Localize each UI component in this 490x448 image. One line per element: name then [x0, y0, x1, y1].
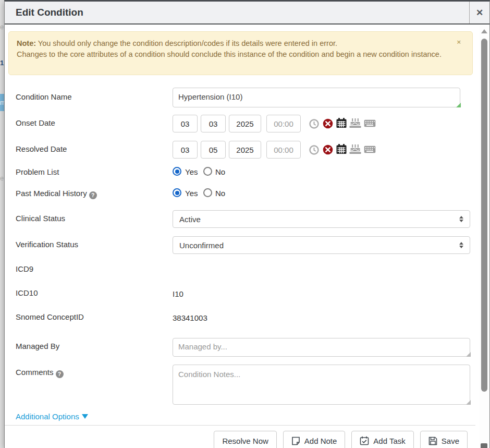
background-text-fragment: 1 [0, 59, 4, 67]
pmh-yes-label[interactable]: Yes [185, 189, 198, 198]
calendar-check-icon [360, 436, 369, 445]
save-button[interactable]: Save [420, 431, 468, 448]
onset-day-input[interactable] [201, 115, 226, 132]
edit-condition-modal: Edit Condition ✕ Note: You should only c… [4, 0, 490, 448]
note-text-line2: Changes to the core attributes of a cond… [17, 50, 442, 58]
background-blue-button-fragment: m [0, 94, 4, 111]
note-icon [291, 437, 300, 445]
problem-list-yes-radio[interactable] [173, 167, 181, 176]
problem-list-no-radio[interactable] [203, 167, 212, 176]
condition-name-label: Condition Name [16, 92, 72, 101]
additional-options-link[interactable]: Additional Options [16, 412, 88, 421]
birthday-cake-icon[interactable] [349, 118, 361, 128]
verification-status-label: Verification Status [16, 240, 78, 249]
background-page-edge: e 1 m e [0, 0, 4, 448]
modal-header: Edit Condition ✕ [5, 2, 489, 25]
comments-input[interactable] [173, 365, 470, 405]
add-note-button[interactable]: Add Note [283, 431, 346, 448]
verification-status-select[interactable]: Unconfirmed [173, 236, 470, 254]
problem-list-yes-label[interactable]: Yes [185, 167, 198, 176]
onset-month-input[interactable] [173, 115, 198, 132]
modal-close-button[interactable]: ✕ [469, 2, 489, 23]
pmh-no-radio[interactable] [203, 188, 212, 197]
calendar-icon[interactable] [336, 143, 347, 154]
problem-list-label: Problem List [16, 167, 59, 176]
problem-list-no-label[interactable]: No [215, 167, 225, 176]
clinical-status-select[interactable]: Active [173, 210, 470, 228]
clock-icon[interactable] [309, 119, 319, 129]
footer-actions: Resolve Now Add Note Add Task Save [214, 431, 468, 448]
snomed-conceptid-label: Snomed ConceptID [16, 312, 84, 321]
resolved-date-label: Resolved Date [16, 144, 67, 153]
note-alert: Note: You should only change the conditi… [8, 31, 473, 75]
clear-date-icon[interactable] [323, 118, 333, 129]
snomed-conceptid-value: 38341003 [173, 313, 207, 322]
resolved-year-input[interactable] [229, 141, 261, 159]
onset-year-input[interactable] [229, 115, 261, 132]
birthday-cake-icon[interactable] [349, 144, 361, 154]
help-icon[interactable]: ? [89, 191, 97, 199]
footer-divider [5, 425, 475, 426]
chevron-down-icon [82, 414, 88, 419]
scrollbar-up-icon[interactable] [481, 29, 487, 33]
modal-title: Edit Condition [16, 7, 83, 18]
select-arrows-icon [459, 216, 463, 222]
scrollbar[interactable] [480, 26, 489, 448]
keyboard-icon[interactable] [364, 119, 376, 127]
icd10-value: I10 [173, 289, 183, 298]
managed-by-label: Managed By [16, 342, 59, 350]
select-arrows-icon [459, 242, 463, 248]
comments-label: Comments? [16, 368, 64, 378]
modal-body: Note: You should only change the conditi… [5, 26, 489, 448]
icd9-label: ICD9 [16, 264, 33, 273]
verification-status-value: Unconfirmed [179, 241, 224, 250]
keyboard-icon[interactable] [364, 146, 376, 153]
onset-time-input[interactable] [266, 115, 301, 132]
note-dismiss-icon[interactable]: × [457, 39, 461, 45]
pmh-no-label[interactable]: No [215, 189, 225, 198]
clinical-status-value: Active [179, 215, 201, 224]
background-text-fragment: e [0, 23, 4, 31]
pmh-yes-radio[interactable] [173, 188, 181, 197]
note-text-line1: Note: You should only change the conditi… [17, 39, 337, 47]
help-icon[interactable]: ? [56, 370, 64, 378]
clock-icon[interactable] [309, 145, 319, 155]
resolved-day-input[interactable] [201, 141, 226, 159]
clinical-status-label: Clinical Status [16, 214, 65, 223]
clear-date-icon[interactable] [323, 144, 333, 155]
past-medical-history-label: Past Medical History? [16, 189, 97, 199]
managed-by-input[interactable] [173, 338, 470, 357]
onset-date-label: Onset Date [16, 118, 55, 127]
resolve-now-button[interactable]: Resolve Now [214, 431, 276, 448]
calendar-icon[interactable] [336, 117, 347, 128]
scrollbar-thumb[interactable] [481, 39, 487, 392]
close-icon: ✕ [476, 7, 483, 18]
condition-name-input[interactable]: Hypertension (I10) [173, 88, 460, 107]
background-text-fragment: e [0, 174, 4, 182]
add-task-button[interactable]: Add Task [351, 431, 413, 448]
resolved-month-input[interactable] [173, 141, 198, 159]
save-icon [428, 437, 437, 445]
resolved-time-input[interactable] [266, 141, 301, 159]
scrollbar-down-icon[interactable] [481, 443, 487, 448]
icd10-label: ICD10 [16, 288, 38, 297]
